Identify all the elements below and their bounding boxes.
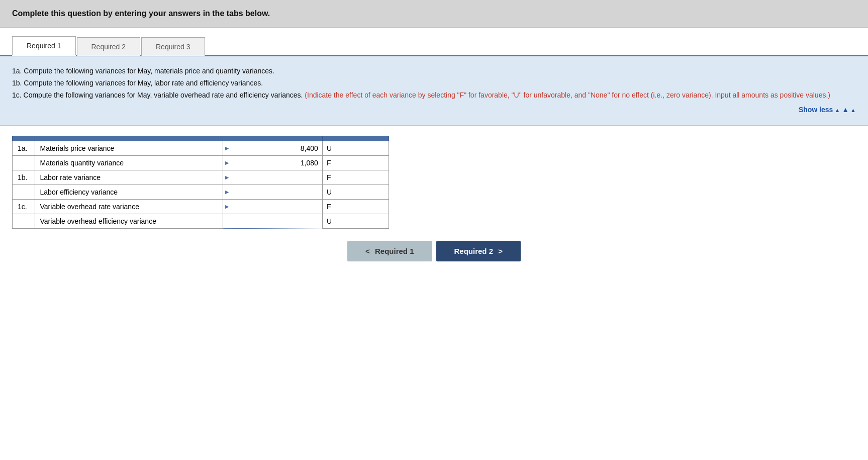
tab-required2[interactable]: Required 2 bbox=[77, 37, 141, 56]
row-section-label: 1b. bbox=[13, 170, 35, 185]
next-button-label: Required 2 bbox=[454, 247, 494, 255]
instruction-line2: 1b. Compute the following variances for … bbox=[12, 77, 856, 89]
value-input[interactable] bbox=[228, 203, 320, 211]
header-instruction: Complete this question by entering your … bbox=[12, 9, 270, 18]
instruction-line3: 1c. Compute the following variances for … bbox=[12, 89, 856, 102]
effect-cell[interactable] bbox=[322, 156, 389, 170]
effect-cell[interactable] bbox=[322, 185, 389, 200]
right-arrow-icon: > bbox=[498, 247, 503, 255]
value-cell-dotted[interactable] bbox=[223, 214, 322, 229]
prev-button-label: Required 1 bbox=[375, 247, 414, 255]
effect-cell[interactable] bbox=[322, 141, 389, 156]
cell-arrow-icon: ► bbox=[224, 159, 230, 166]
cell-arrow-icon: ► bbox=[224, 174, 230, 181]
value-cell[interactable]: ► bbox=[223, 170, 322, 185]
effect-input[interactable] bbox=[327, 217, 383, 225]
effect-cell[interactable] bbox=[322, 214, 389, 229]
table-row: 1c. Variable overhead rate variance ► bbox=[13, 200, 389, 214]
row-description: Labor efficiency variance bbox=[35, 185, 223, 200]
tab-required1[interactable]: Required 1 bbox=[12, 36, 76, 56]
value-cell[interactable]: ► bbox=[223, 156, 322, 170]
row-description: Materials quantity variance bbox=[35, 156, 223, 170]
table-row: 1b. Labor rate variance ► bbox=[13, 170, 389, 185]
value-input[interactable] bbox=[228, 159, 320, 167]
cell-arrow-icon: ► bbox=[224, 203, 230, 210]
row-section-label bbox=[13, 156, 35, 170]
value-input[interactable] bbox=[228, 173, 320, 181]
effect-input[interactable] bbox=[327, 188, 383, 196]
value-input[interactable] bbox=[228, 144, 320, 152]
row-description: Labor rate variance bbox=[35, 170, 223, 185]
instruction-line1: 1a. Compute the following variances for … bbox=[12, 65, 856, 77]
row-section-label bbox=[13, 185, 35, 200]
nav-buttons: < Required 1 Required 2 > bbox=[12, 241, 856, 277]
cell-arrow-icon: ► bbox=[224, 189, 230, 196]
cell-arrow-icon: ► bbox=[224, 145, 230, 152]
value-cell[interactable]: ► bbox=[223, 200, 322, 214]
left-arrow-icon: < bbox=[365, 247, 370, 255]
row-description: Variable overhead rate variance bbox=[35, 200, 223, 214]
variance-table: 1a. Materials price variance ► Materials… bbox=[12, 136, 389, 229]
row-section-label: 1a. bbox=[13, 141, 35, 156]
table-row: 1a. Materials price variance ► bbox=[13, 141, 389, 156]
header-bar: Complete this question by entering your … bbox=[0, 0, 868, 28]
main-content: Required 1 Required 2 Required 3 1a. Com… bbox=[0, 28, 868, 289]
value-cell[interactable]: ► bbox=[223, 141, 322, 156]
row-section-label bbox=[13, 214, 35, 229]
effect-input[interactable] bbox=[327, 203, 383, 211]
tabs-row: Required 1 Required 2 Required 3 bbox=[0, 28, 868, 56]
effect-input[interactable] bbox=[327, 159, 383, 167]
row-description: Variable overhead efficiency variance bbox=[35, 214, 223, 229]
table-row: Labor efficiency variance ► bbox=[13, 185, 389, 200]
prev-button[interactable]: < Required 1 bbox=[347, 241, 432, 261]
value-cell[interactable]: ► bbox=[223, 185, 322, 200]
value-input[interactable] bbox=[228, 217, 320, 225]
effect-cell[interactable] bbox=[322, 170, 389, 185]
row-description: Materials price variance bbox=[35, 141, 223, 156]
table-row: Materials quantity variance ► bbox=[13, 156, 389, 170]
table-section: 1a. Materials price variance ► Materials… bbox=[0, 126, 868, 289]
tab-required3[interactable]: Required 3 bbox=[141, 37, 205, 56]
effect-cell[interactable] bbox=[322, 200, 389, 214]
show-less-button[interactable]: Show less ▲ bbox=[12, 101, 856, 116]
row-section-label: 1c. bbox=[13, 200, 35, 214]
effect-input[interactable] bbox=[327, 173, 383, 181]
effect-input[interactable] bbox=[327, 144, 383, 152]
next-button[interactable]: Required 2 > bbox=[436, 241, 521, 261]
value-input[interactable] bbox=[228, 188, 320, 196]
instruction-box: 1a. Compute the following variances for … bbox=[0, 56, 868, 126]
table-row: Variable overhead efficiency variance bbox=[13, 214, 389, 229]
